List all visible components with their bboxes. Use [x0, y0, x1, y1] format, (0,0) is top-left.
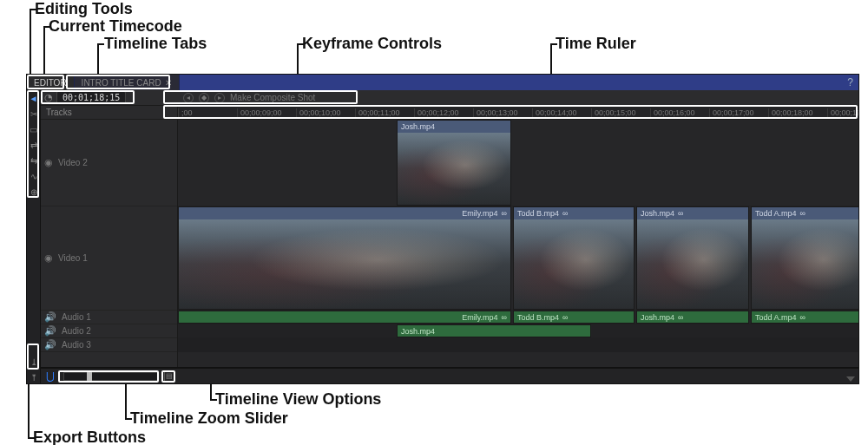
tracks-header: Tracks ;00 00;00;09;00 00;00;10;00 00;00… — [41, 106, 858, 120]
clip-title: Todd B.mp4 — [517, 313, 559, 322]
prev-keyframe-button[interactable]: ◂ — [183, 93, 194, 103]
ruler-tick: 00;00;12;00 — [414, 108, 473, 117]
keyframe-controls: ◂ ◆ ▸ Make Composite Shot — [178, 93, 315, 103]
clip-header: Josh.mp4 ∞ — [637, 207, 748, 219]
add-keyframe-button[interactable]: ◆ — [199, 93, 209, 103]
time-ruler[interactable]: ;00 00;00;09;00 00;00;10;00 00;00;11;00 … — [178, 106, 858, 119]
tool-slice[interactable]: ✂ — [29, 109, 39, 120]
clip-title: Emily.mp4 — [462, 313, 497, 322]
timeline-zoom-slider[interactable] — [63, 372, 159, 381]
track-label-video1[interactable]: ◉ Video 1 — [41, 206, 177, 311]
callout-zoom-slider: Timeline Zoom Slider — [130, 409, 288, 428]
leader-line — [297, 43, 304, 45]
clip-thumbnail — [637, 219, 748, 309]
timeline-bottombar: ⋃ ▤ — [41, 368, 858, 383]
track-label-audio1[interactable]: 🔊 Audio 1 — [41, 311, 177, 324]
zoom-slider-thumb[interactable] — [87, 372, 92, 383]
ruler-tick: 00;00;18;00 — [768, 108, 827, 117]
ruler-tick: 00;00;19;00 — [827, 108, 858, 117]
timeline-view-options-button[interactable]: ▤ — [164, 371, 174, 382]
visibility-icon[interactable]: ◉ — [44, 157, 53, 168]
clip-video1-emily[interactable]: Emily.mp4 ∞ — [178, 206, 511, 310]
timeline-editor-panel: EDITOR INTRO TITLE CARD ✕ ? ◄ ✂ ▭ ⇄ ⇆ ∿ … — [26, 74, 859, 384]
callout-editing-tools: Editing Tools — [35, 0, 133, 18]
snap-magnet-icon[interactable]: ⋃ — [46, 370, 55, 383]
clip-video1-todda[interactable]: Todd A.mp4 ∞ — [751, 206, 858, 310]
link-icon: ∞ — [502, 209, 507, 218]
clip-audio1-toddb[interactable]: Todd B.mp4∞ — [513, 311, 635, 324]
track-label-audio2[interactable]: 🔊 Audio 2 — [41, 324, 177, 338]
link-icon: ∞ — [800, 209, 806, 218]
leader-line — [28, 437, 35, 439]
tool-slip[interactable]: ▭ — [29, 125, 39, 135]
clip-video1-toddb[interactable]: Todd B.mp4 ∞ — [513, 206, 635, 310]
close-icon[interactable]: ✕ — [165, 78, 172, 88]
tab-intro-title-card[interactable]: INTRO TITLE CARD ✕ — [75, 75, 180, 90]
clip-video1-josh[interactable]: Josh.mp4 ∞ — [636, 206, 749, 310]
leader-line — [125, 418, 132, 420]
track-content[interactable]: Josh.mp4 Emily.mp4 ∞ — [178, 120, 858, 367]
ruler-tick: ;00 — [178, 108, 237, 117]
tool-rate[interactable]: ∿ — [29, 172, 39, 182]
editing-tools-column: ◄ ✂ ▭ ⇄ ⇆ ∿ ⊕ ⤓ ⤒ — [27, 90, 41, 383]
ruler-tick: 00;00;17;00 — [709, 108, 768, 117]
track-label-video2[interactable]: ◉ Video 2 — [41, 120, 177, 206]
clip-thumbnail — [752, 219, 858, 309]
clip-title: Todd B.mp4 — [517, 209, 559, 218]
speaker-icon[interactable]: 🔊 — [44, 325, 56, 337]
clip-header: Emily.mp4∞ — [179, 311, 510, 323]
leader-line — [97, 43, 104, 45]
clip-title: Todd A.mp4 — [755, 209, 797, 218]
export-button-1[interactable]: ⤓ — [29, 357, 39, 368]
clip-audio1-todda[interactable]: Todd A.mp4∞ — [751, 311, 858, 324]
clip-header: Todd A.mp4∞ — [752, 311, 858, 323]
track-name: Video 1 — [58, 253, 88, 263]
current-timecode[interactable]: 00;01;18;15 — [56, 91, 126, 104]
clip-header: Todd B.mp4∞ — [514, 311, 634, 323]
clip-header: Todd B.mp4 ∞ — [514, 207, 634, 219]
clip-title: Emily.mp4 — [462, 209, 497, 218]
ruler-tick: 00;00;11;00 — [355, 108, 414, 117]
clip-header: Josh.mp4∞ — [637, 311, 748, 323]
leader-line — [97, 43, 99, 78]
editor-body: ◄ ✂ ▭ ⇄ ⇆ ∿ ⊕ ⤓ ⤒ ◔ 00;01;18;15 ◂ ◆ ▸ M — [27, 90, 858, 383]
speaker-icon[interactable]: 🔊 — [44, 339, 56, 350]
clip-header: Todd A.mp4 ∞ — [752, 207, 858, 219]
clip-title: Josh.mp4 — [641, 209, 674, 218]
tool-select[interactable]: ◄ — [29, 94, 39, 104]
leader-line — [28, 383, 30, 437]
tool-roll[interactable]: ⇆ — [29, 156, 39, 167]
clip-thumbnail — [398, 133, 510, 205]
link-icon: ∞ — [678, 209, 683, 218]
clip-audio1-emily[interactable]: Emily.mp4∞ — [178, 311, 511, 324]
leader-line — [210, 382, 212, 399]
callout-timeline-tabs: Timeline Tabs — [104, 35, 207, 53]
tracks-header-label: Tracks — [41, 106, 178, 119]
ruler-tick: 00;00;10;00 — [296, 108, 355, 117]
track-name: Audio 1 — [62, 312, 91, 322]
editor-main: ◔ 00;01;18;15 ◂ ◆ ▸ Make Composite Shot … — [41, 90, 858, 383]
export-button-2[interactable]: ⤒ — [29, 373, 39, 383]
clip-video2-josh[interactable]: Josh.mp4 — [397, 120, 511, 206]
clip-header: Josh.mp4 — [398, 325, 590, 337]
help-icon[interactable]: ? — [847, 76, 853, 88]
speaker-icon[interactable]: 🔊 — [44, 311, 56, 323]
ruler-tick: 00;00;09;00 — [237, 108, 296, 117]
clip-title: Josh.mp4 — [401, 327, 435, 336]
track-name: Video 2 — [58, 158, 88, 167]
tab-editor[interactable]: EDITOR — [27, 75, 75, 90]
link-icon: ∞ — [800, 313, 806, 322]
track-name: Audio 3 — [62, 340, 91, 350]
lane-audio3 — [178, 338, 858, 352]
keyframe-hint-label: Make Composite Shot — [230, 93, 315, 102]
next-keyframe-button[interactable]: ▸ — [214, 93, 225, 103]
clip-audio2-josh[interactable]: Josh.mp4 — [397, 324, 591, 337]
timecode-area: ◔ 00;01;18;15 — [41, 91, 178, 104]
clip-title: Todd A.mp4 — [755, 313, 797, 322]
tool-snap[interactable]: ⊕ — [29, 187, 39, 198]
track-label-audio3[interactable]: 🔊 Audio 3 — [41, 338, 177, 352]
visibility-icon[interactable]: ◉ — [44, 252, 53, 264]
tool-ripple[interactable]: ⇄ — [29, 141, 39, 151]
clip-audio1-josh[interactable]: Josh.mp4∞ — [636, 311, 749, 324]
clip-header: Emily.mp4 ∞ — [179, 207, 510, 219]
